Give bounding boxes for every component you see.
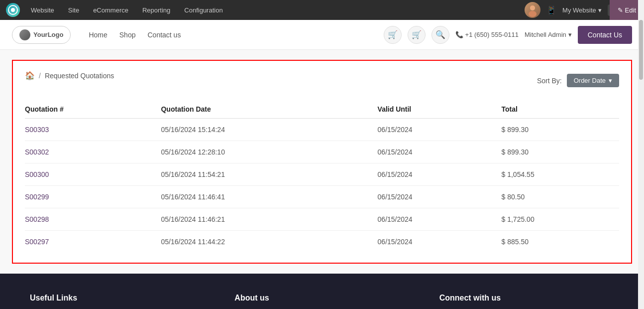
phone-number: 📞 +1 (650) 555-0111 — [455, 31, 519, 38]
website-nav: YourLogo Home Shop Contact us 🛒 🛒 🔍 📞 +1… — [0, 20, 644, 50]
total: $ 1,725.00 — [502, 208, 620, 231]
my-website-label: My Website — [562, 6, 596, 14]
svg-point-4 — [530, 5, 535, 10]
scrollbar[interactable] — [638, 0, 644, 309]
total: $ 899.30 — [502, 141, 620, 163]
valid-until: 06/15/2024 — [378, 231, 502, 253]
total: $ 80.50 — [502, 186, 620, 208]
sort-option-label: Order Date — [574, 77, 606, 84]
svg-point-5 — [529, 11, 537, 17]
search-icon[interactable]: 🔍 — [431, 26, 449, 44]
quotation-date: 05/16/2024 15:14:24 — [161, 119, 377, 141]
admin-bar: Website Site eCommerce Reporting Configu… — [0, 0, 644, 20]
quotation-date: 05/16/2024 12:28:10 — [161, 141, 377, 163]
footer: Useful Links Home About us We are a team… — [0, 274, 644, 309]
footer-connect: Connect with us Contact us — [439, 294, 614, 309]
breadcrumb-current: Requested Quotations — [45, 72, 114, 80]
table-row: S00297 05/16/2024 11:44:22 06/15/2024 $ … — [25, 231, 619, 253]
quotation-number: S00302 — [25, 141, 161, 163]
quotation-link[interactable]: S00302 — [25, 148, 49, 156]
quotations-table: Quotation # Quotation Date Valid Until T… — [25, 100, 619, 253]
sort-chevron-icon: ▾ — [609, 77, 612, 84]
logo-text: YourLogo — [33, 31, 63, 38]
contact-us-button[interactable]: Contact Us — [578, 26, 632, 44]
user-menu[interactable]: Mitchell Admin ▾ — [525, 31, 572, 38]
breadcrumb: 🏠 / Requested Quotations — [25, 71, 114, 80]
table-row: S00298 05/16/2024 11:46:21 06/15/2024 $ … — [25, 208, 619, 231]
total: $ 899.30 — [502, 119, 620, 141]
avatar[interactable] — [525, 2, 540, 18]
cart-icon-2[interactable]: 🛒 — [408, 26, 426, 44]
total: $ 1,054.55 — [502, 163, 620, 186]
table-row: S00303 05/16/2024 15:14:24 06/15/2024 $ … — [25, 119, 619, 141]
odoo-logo[interactable] — [6, 3, 20, 17]
breadcrumb-separator: / — [39, 72, 41, 80]
logo[interactable]: YourLogo — [12, 26, 71, 44]
sort-button[interactable]: Order Date ▾ — [567, 74, 619, 87]
nav-reporting[interactable]: Reporting — [139, 4, 173, 16]
total: $ 885.50 — [502, 231, 620, 253]
col-header-quotnum: Quotation # — [25, 100, 161, 119]
nav-shop[interactable]: Shop — [119, 31, 136, 39]
footer-about-heading: About us — [234, 294, 409, 303]
quotation-date: 05/16/2024 11:54:21 — [161, 163, 377, 186]
nav-links: Home Shop Contact us — [89, 31, 181, 39]
quotation-number: S00297 — [25, 231, 161, 253]
quotation-link[interactable]: S00300 — [25, 170, 49, 178]
footer-connect-heading: Connect with us — [439, 294, 614, 303]
scrollbar-thumb[interactable] — [639, 20, 643, 80]
table-row: S00302 05/16/2024 12:28:10 06/15/2024 $ … — [25, 141, 619, 163]
footer-useful-links: Useful Links Home — [30, 294, 205, 309]
quotation-link[interactable]: S00303 — [25, 126, 49, 134]
quotation-date: 05/16/2024 11:46:21 — [161, 208, 377, 231]
valid-until: 06/15/2024 — [378, 208, 502, 231]
breadcrumb-home-icon[interactable]: 🏠 — [25, 71, 35, 80]
mobile-icon[interactable]: 📱 — [546, 5, 556, 15]
valid-until: 06/15/2024 — [378, 163, 502, 186]
table-row: S00300 05/16/2024 11:54:21 06/15/2024 $ … — [25, 163, 619, 186]
content-box: 🏠 / Requested Quotations Sort By: Order … — [12, 60, 632, 264]
nav-icons: 🛒 🛒 🔍 📞 +1 (650) 555-0111 Mitchell Admin… — [384, 26, 632, 44]
valid-until: 06/15/2024 — [378, 141, 502, 163]
my-website-btn[interactable]: My Website ▾ — [562, 6, 602, 14]
quotation-link[interactable]: S00298 — [25, 215, 49, 223]
main-content: 🏠 / Requested Quotations Sort By: Order … — [0, 50, 644, 274]
sort-bar: Sort By: Order Date ▾ — [537, 74, 619, 87]
footer-useful-links-heading: Useful Links — [30, 294, 205, 303]
quotation-link[interactable]: S00297 — [25, 238, 49, 246]
col-header-quotdate: Quotation Date — [161, 100, 377, 119]
nav-configuration[interactable]: Configuration — [181, 4, 225, 16]
quotation-link[interactable]: S00299 — [25, 193, 49, 201]
nav-home[interactable]: Home — [89, 31, 107, 39]
nav-contact-us[interactable]: Contact us — [147, 31, 181, 39]
quotation-number: S00299 — [25, 186, 161, 208]
quotation-date: 05/16/2024 11:44:22 — [161, 231, 377, 253]
breadcrumb-sort-row: 🏠 / Requested Quotations Sort By: Order … — [25, 71, 619, 90]
col-header-total: Total — [502, 100, 620, 119]
cart-icon-1[interactable]: 🛒 — [384, 26, 402, 44]
sort-label: Sort By: — [537, 77, 562, 85]
quotation-number: S00298 — [25, 208, 161, 231]
user-name: Mitchell Admin — [525, 31, 566, 38]
nav-ecommerce[interactable]: eCommerce — [90, 4, 131, 16]
valid-until: 06/15/2024 — [378, 119, 502, 141]
valid-until: 06/15/2024 — [378, 186, 502, 208]
quotation-number: S00300 — [25, 163, 161, 186]
nav-website[interactable]: Website — [28, 4, 57, 16]
svg-point-1 — [11, 8, 15, 12]
nav-site[interactable]: Site — [65, 4, 82, 16]
quotation-date: 05/16/2024 11:46:41 — [161, 186, 377, 208]
quotation-number: S00303 — [25, 119, 161, 141]
col-header-validuntil: Valid Until — [378, 100, 502, 119]
footer-about-us: About us We are a team of passionate peo… — [234, 294, 409, 309]
table-row: S00299 05/16/2024 11:46:41 06/15/2024 $ … — [25, 186, 619, 208]
logo-circle — [19, 29, 30, 40]
